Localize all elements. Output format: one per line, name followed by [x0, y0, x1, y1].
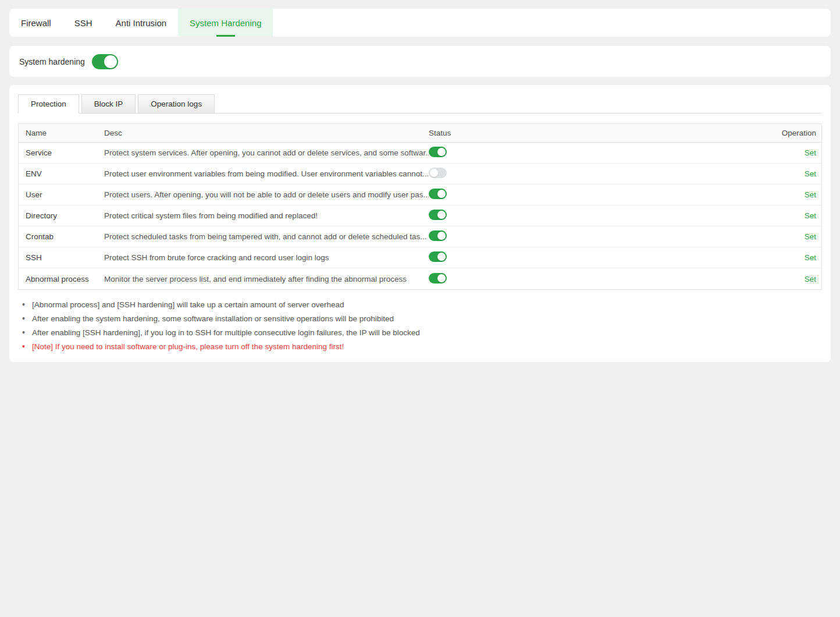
- row-set-link[interactable]: Set: [805, 232, 816, 241]
- row-status-toggle[interactable]: [429, 273, 447, 283]
- row-set-link[interactable]: Set: [805, 253, 816, 262]
- table-row: Service Protect system services. After o…: [19, 143, 821, 164]
- subtab-block-ip[interactable]: Block IP: [81, 94, 136, 114]
- row-desc: Monitor the server process list, and end…: [104, 275, 429, 283]
- note-item: After enabling the system hardening, som…: [18, 311, 822, 325]
- row-name: Service: [19, 148, 104, 157]
- table-body: Service Protect system services. After o…: [19, 143, 821, 289]
- row-name: Directory: [19, 211, 104, 220]
- row-name: User: [19, 190, 104, 199]
- note-item: [Abnormal process] and [SSH hardening] w…: [18, 297, 822, 311]
- note-item-warning: [Note] If you need to install software o…: [18, 339, 822, 353]
- hardening-toggle-card: System hardening: [9, 46, 831, 77]
- row-status-toggle[interactable]: [429, 189, 447, 199]
- row-name: SSH: [19, 253, 104, 262]
- column-header-status: Status: [429, 129, 757, 137]
- tab-anti-intrusion[interactable]: Anti Intrusion: [104, 9, 179, 37]
- row-set-link[interactable]: Set: [805, 211, 816, 220]
- tab-ssh[interactable]: SSH: [63, 9, 104, 37]
- protection-table: Name Desc Status Operation Service Prote…: [18, 123, 822, 290]
- row-desc: Protect SSH from brute force cracking an…: [104, 253, 429, 262]
- row-name: Abnormal process: [19, 275, 104, 283]
- row-set-link[interactable]: Set: [805, 169, 816, 178]
- row-name: ENV: [19, 169, 104, 178]
- row-status-toggle[interactable]: [429, 231, 447, 241]
- row-set-link[interactable]: Set: [805, 275, 816, 283]
- table-row: ENV Protect user environment variables f…: [19, 164, 821, 185]
- main-content-card: Protection Block IP Operation logs Name …: [9, 85, 831, 362]
- hardening-master-toggle[interactable]: [92, 54, 118, 69]
- column-header-operation: Operation: [757, 129, 821, 137]
- row-desc: Protect system services. After opening, …: [104, 148, 429, 157]
- subtab-operation-logs[interactable]: Operation logs: [138, 94, 215, 114]
- row-status-toggle[interactable]: [429, 251, 447, 262]
- main-tabbar: Firewall SSH Anti Intrusion System Harde…: [9, 9, 831, 37]
- hardening-toggle-label: System hardening: [19, 57, 85, 66]
- row-desc: Protect critical system files from being…: [104, 211, 429, 220]
- table-row: Crontab Protect scheduled tasks from bei…: [19, 226, 821, 247]
- table-row: Directory Protect critical system files …: [19, 205, 821, 226]
- table-row: SSH Protect SSH from brute force crackin…: [19, 247, 821, 268]
- tab-system-hardening[interactable]: System Hardening: [178, 9, 273, 37]
- row-status-toggle[interactable]: [429, 210, 447, 220]
- table-header-row: Name Desc Status Operation: [19, 124, 821, 143]
- table-row: User Protect users. After opening, you w…: [19, 185, 821, 205]
- subtab-protection[interactable]: Protection: [18, 94, 79, 114]
- sub-tabbar: Protection Block IP Operation logs: [18, 94, 822, 114]
- row-status-toggle[interactable]: [429, 147, 447, 157]
- row-desc: Protect users. After opening, you will n…: [104, 190, 429, 199]
- row-name: Crontab: [19, 232, 104, 241]
- note-item: After enabling [SSH hardening], if you l…: [18, 325, 822, 339]
- notes-list: [Abnormal process] and [SSH hardening] w…: [18, 297, 822, 353]
- column-header-desc: Desc: [104, 129, 429, 137]
- row-desc: Protect scheduled tasks from being tampe…: [104, 232, 429, 241]
- row-set-link[interactable]: Set: [805, 148, 816, 157]
- row-set-link[interactable]: Set: [805, 190, 816, 199]
- tab-firewall[interactable]: Firewall: [9, 9, 63, 37]
- row-status-toggle[interactable]: [429, 168, 447, 178]
- table-row: Abnormal process Monitor the server proc…: [19, 268, 821, 289]
- row-desc: Protect user environment variables from …: [104, 169, 429, 178]
- column-header-name: Name: [19, 129, 104, 137]
